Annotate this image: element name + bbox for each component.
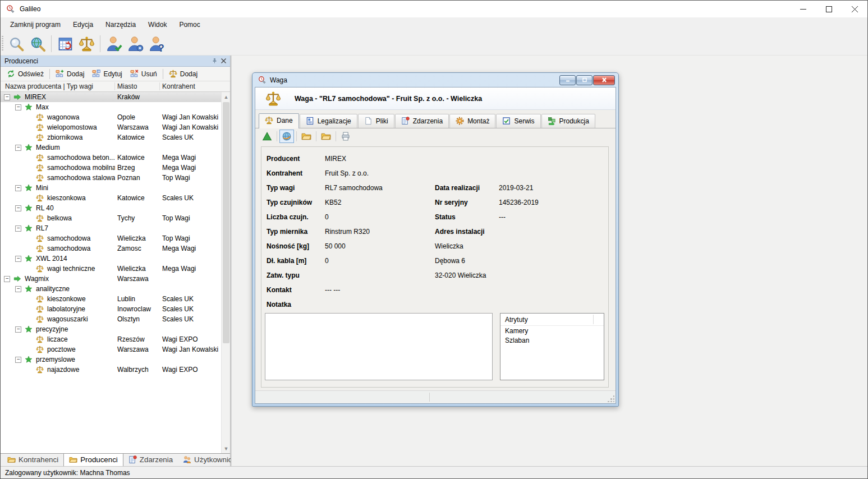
tree-scrollbar[interactable]: ▲ ▼ [221,92,230,453]
tab-dane[interactable]: Dane [259,113,299,128]
table-row[interactable]: kieszonkoweLublinScales UK [1,294,221,304]
tree-expander[interactable]: − [15,185,21,191]
city-cell: Olsztyn [115,315,160,323]
table-row[interactable]: wagonowaOpoleWagi Jan Kowalski [1,112,221,122]
table-row[interactable]: wielopomostowaWarszawaWagi Jan Kowalski [1,122,221,132]
attributes-header[interactable]: Atrytuty [500,314,604,326]
scales-button[interactable] [76,34,97,54]
tree-expander[interactable]: − [15,326,21,333]
tab-produkcja[interactable]: Produkcja [541,114,595,128]
table-row[interactable]: −MIREXKraków [1,92,221,102]
close-button[interactable] [842,1,867,17]
table-row[interactable]: wagosuszarkiOlsztynScales UK [1,314,221,324]
list-item[interactable]: Kamery [500,326,604,335]
scroll-up-icon[interactable]: ▲ [222,93,230,101]
tab-pliki[interactable]: Pliki [358,114,394,128]
column-header-contractor[interactable]: Kontrahent [160,82,230,90]
table-row[interactable]: −XWL 2014 [1,254,221,264]
tree-expander[interactable]: − [4,276,10,282]
city-cell: Kraków [115,93,160,101]
menu-close-program[interactable]: Zamknij program [4,17,67,33]
table-row[interactable]: −Mini [1,183,221,193]
globe-button[interactable] [279,130,294,143]
tab-serwis[interactable]: Serwis [496,114,540,128]
table-row[interactable]: samochodowa stalowaPoznanTop Wagi [1,173,221,183]
calendar-button[interactable] [54,34,76,54]
maximize-button[interactable] [816,1,842,17]
user-help-button[interactable] [146,34,167,54]
table-row[interactable]: samochodowaZamoscMega Wagi [1,243,221,254]
tab-producenci[interactable]: Producenci [63,454,123,467]
menu-edit[interactable]: Edycja [67,17,99,33]
folder-button-2[interactable] [319,130,333,143]
global-search-button[interactable] [27,34,48,54]
column-header-name[interactable]: Nazwa producenta | Typ wagi [1,82,115,90]
tree-expander[interactable]: − [4,94,10,100]
tab-kontrahenci[interactable]: Kontrahenci [2,454,63,466]
print-button[interactable] [338,130,353,143]
delete-producer-button[interactable]: Usuń [126,68,161,79]
column-header-city[interactable]: Miasto [115,82,160,90]
note-input[interactable] [265,313,493,380]
tab-label: Produkcja [559,117,589,125]
table-row[interactable]: liczaceRzeszówWagi EXPO [1,334,221,344]
tab-zdarzenia-dialog[interactable]: Zdarzenia [395,114,449,128]
waga-maximize-button[interactable] [576,75,593,85]
user-settings-button[interactable] [125,34,146,54]
tree-expander[interactable]: − [15,145,21,151]
user-check-button[interactable] [103,34,125,54]
toolbar-grip[interactable] [2,36,3,52]
table-row[interactable]: samochodowa beton...KatowiceMega Wagi [1,153,221,163]
table-row[interactable]: −precyzyjne [1,324,221,334]
menu-tools[interactable]: Narzędzia [99,17,142,33]
tree-expander[interactable]: − [15,104,21,110]
scroll-down-icon[interactable]: ▼ [222,444,230,453]
table-row[interactable]: samochodowaWieliczkaTop Wagi [1,233,221,243]
menu-help[interactable]: Pomoc [173,17,206,33]
minimize-button[interactable] [790,1,816,17]
contractor-cell: Mega Wagi [160,245,221,252]
table-row[interactable]: pocztoweWarszawaWagi Jan Kowalski [1,344,221,354]
table-row[interactable]: −analityczne [1,284,221,294]
table-row[interactable]: zbiornikowaKatowiceScales UK [1,132,221,142]
table-row[interactable]: −RL7 [1,223,221,233]
panel-title: Producenci [4,57,210,65]
tree-expander[interactable]: − [15,225,21,232]
add-scale-button[interactable]: Dodaj [165,68,201,79]
tree-expander[interactable]: − [15,256,21,262]
tab-legalizacje[interactable]: Legalizacje [300,114,357,128]
pin-icon[interactable] [210,57,219,66]
table-row[interactable]: najazdoweWalbrzychWagi EXPO [1,365,221,375]
edit-producer-button[interactable]: Edytuj [88,68,126,79]
table-row[interactable]: wagi techniczneWieliczkaMega Wagi [1,264,221,274]
table-row[interactable]: samochodowa mobilnaBrzegMega Wagi [1,163,221,173]
waga-minimize-button[interactable] [559,75,576,85]
panel-close-icon[interactable] [219,57,228,66]
table-row[interactable]: −przemyslowe [1,354,221,365]
tree-expander[interactable]: − [15,357,21,363]
table-row[interactable]: −RL 40 [1,203,221,213]
scrollbar-thumb[interactable] [223,102,229,343]
tree-expander[interactable]: − [15,286,21,292]
add-producer-button[interactable]: Dodaj [52,68,88,79]
tab-zdarzenia[interactable]: Zdarzenia [123,454,178,466]
menu-view[interactable]: Widok [142,17,173,33]
table-row[interactable]: belkowaTychyTop Wagi [1,213,221,223]
folder-button-1[interactable] [299,130,314,143]
resize-grip[interactable] [608,395,614,402]
table-row[interactable]: −Medium [1,142,221,153]
refresh-button[interactable]: Odśwież [3,68,48,79]
table-row[interactable]: kieszonkowaKatowiceScales UK [1,193,221,203]
form-row: Zatw. typu32-020 Wieliczka [261,268,608,283]
attributes-listbox[interactable]: Atrytuty KamerySzlaban [500,313,604,380]
table-row[interactable]: −Max [1,102,221,112]
waga-close-button[interactable] [593,75,615,85]
tab-montaz[interactable]: Montaż [449,114,495,128]
table-row[interactable]: labolatoryjneInowroclawScales UK [1,304,221,314]
triangle-button[interactable] [260,130,274,143]
tree-expander[interactable]: − [15,205,21,211]
list-item[interactable]: Szlaban [500,335,604,345]
table-row[interactable]: −WagmixWarszawa [1,274,221,284]
search-button[interactable] [6,34,27,54]
waga-title-bar[interactable]: Waga [255,73,616,87]
